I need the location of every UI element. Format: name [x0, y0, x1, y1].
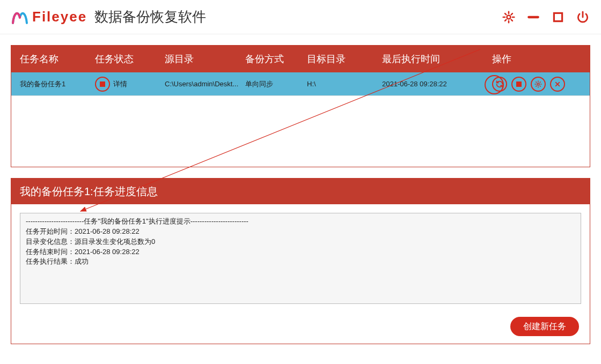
cell-mode: 单向同步	[245, 79, 307, 89]
col-header-ops: 操作	[492, 53, 581, 65]
create-task-button[interactable]: 创建新任务	[510, 317, 579, 336]
cell-dest: H:\	[307, 80, 382, 88]
task-table-panel: 任务名称 任务状态 源目录 备份方式 目标目录 最后执行时间 操作 我的备份任务…	[11, 45, 590, 167]
cell-time: 2021-06-28 09:28:22	[382, 80, 492, 88]
table-row[interactable]: 我的备份任务1 详情 C:\Users\admin\Deskt... 单向同步 …	[11, 72, 590, 96]
table-blank-area	[11, 96, 590, 167]
logo-icon	[11, 9, 29, 25]
stop-task-icon[interactable]	[95, 77, 110, 92]
cell-status: 详情	[95, 77, 165, 92]
status-detail-link[interactable]: 详情	[113, 79, 127, 89]
progress-log: -------------------------任务"我的备份任务1"执行进度…	[20, 213, 581, 304]
table-header: 任务名称 任务状态 源目录 备份方式 目标目录 最后执行时间 操作	[11, 46, 590, 72]
col-header-mode: 备份方式	[245, 53, 307, 65]
svg-point-3	[537, 83, 539, 85]
logo: Fileyee	[11, 9, 87, 25]
col-header-src: 源目录	[165, 53, 245, 65]
settings-icon[interactable]	[501, 10, 516, 25]
window-controls	[501, 10, 590, 25]
gear-icon[interactable]	[531, 77, 546, 92]
progress-title: 我的备份任务1:任务进度信息	[11, 179, 590, 204]
svg-point-0	[507, 15, 511, 19]
close-icon[interactable]	[550, 77, 565, 92]
col-header-name: 任务名称	[20, 53, 95, 65]
progress-panel: 我的备份任务1:任务进度信息 -------------------------…	[11, 178, 590, 344]
cell-ops	[492, 77, 581, 92]
sync-icon[interactable]	[492, 77, 507, 92]
cell-name: 我的备份任务1	[20, 79, 95, 89]
power-icon[interactable]	[575, 10, 590, 25]
stop-icon[interactable]	[511, 77, 526, 92]
brand-name: Fileyee	[32, 9, 87, 25]
titlebar: Fileyee 数据备份恢复软件	[0, 0, 601, 34]
minimize-icon[interactable]	[526, 10, 541, 25]
maximize-icon[interactable]	[551, 10, 566, 25]
col-header-dest: 目标目录	[307, 53, 382, 65]
col-header-status: 任务状态	[95, 53, 165, 65]
app-title: 数据备份恢复软件	[94, 8, 206, 26]
cell-src: C:\Users\admin\Deskt...	[165, 80, 245, 88]
svg-rect-2	[554, 13, 562, 21]
col-header-time: 最后执行时间	[382, 53, 492, 65]
